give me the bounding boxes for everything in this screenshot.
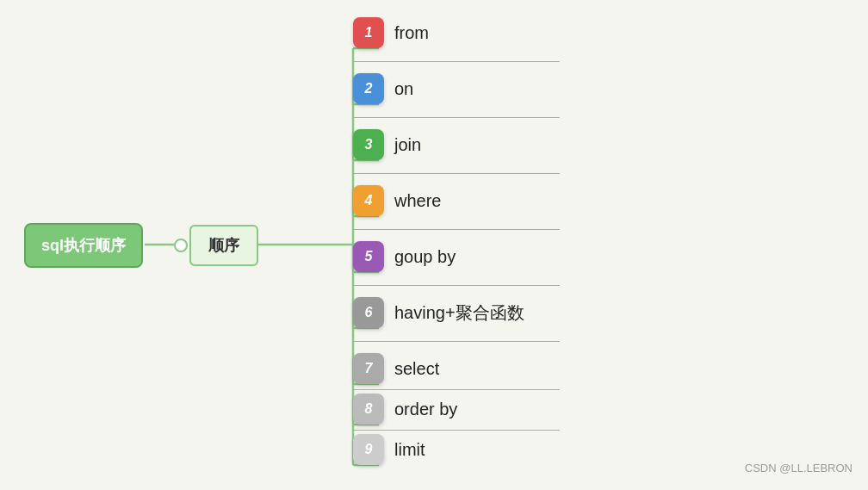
item-badge: 3 (353, 129, 384, 160)
list-item: 7select (353, 353, 439, 384)
diagram: sql执行顺序 顺序 1from2on3join4where5goup by6h… (0, 0, 868, 490)
list-item: 1from (353, 17, 429, 48)
list-item: 2on (353, 73, 413, 104)
item-separator (353, 285, 560, 286)
item-label: order by (394, 400, 457, 419)
item-badge: 6 (353, 297, 384, 328)
watermark: CSDN @LL.LEBRON (745, 462, 852, 474)
item-badge: 7 (353, 353, 384, 384)
item-badge: 4 (353, 185, 384, 216)
item-label: where (394, 191, 441, 211)
item-separator (353, 341, 560, 342)
middle-node: 顺序 (189, 225, 258, 266)
item-badge: 2 (353, 73, 384, 104)
item-separator (353, 61, 560, 62)
item-label: join (394, 135, 421, 155)
items-container: 1from2on3join4where5goup by6having+聚合函数7… (327, 0, 827, 490)
item-badge: 5 (353, 241, 384, 272)
item-label: having+聚合函数 (394, 301, 524, 325)
item-separator (353, 430, 560, 431)
item-separator (353, 389, 560, 390)
list-item: 4where (353, 185, 441, 216)
item-label: on (394, 79, 413, 99)
item-label: from (394, 23, 429, 43)
list-item: 9limit (353, 434, 425, 465)
item-label: select (394, 359, 439, 379)
item-separator (353, 173, 560, 174)
list-item: 5goup by (353, 241, 456, 272)
list-item: 6having+聚合函数 (353, 297, 524, 328)
item-badge: 1 (353, 17, 384, 48)
connector-circle (174, 239, 188, 252)
item-separator (353, 117, 560, 118)
list-item: 8order by (353, 394, 457, 425)
list-item: 3join (353, 129, 421, 160)
item-label: goup by (394, 247, 456, 267)
root-node: sql执行顺序 (24, 223, 143, 268)
item-badge: 9 (353, 434, 384, 465)
item-badge: 8 (353, 394, 384, 425)
item-label: limit (394, 440, 425, 460)
item-separator (353, 229, 560, 230)
